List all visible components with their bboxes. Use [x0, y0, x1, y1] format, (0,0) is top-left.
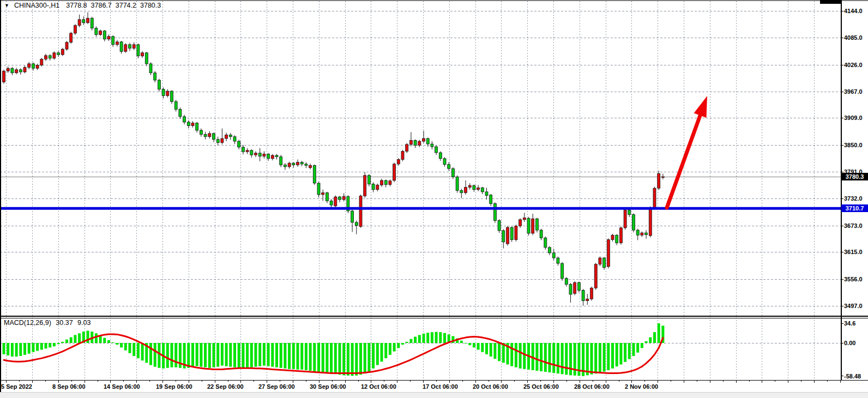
candle-bear — [229, 135, 232, 136]
bottom-strip — [0, 392, 868, 398]
candle-bull — [359, 196, 362, 226]
macd-bar — [255, 343, 257, 367]
candle-bear — [162, 89, 165, 96]
candle-bull — [465, 187, 467, 192]
candle-bull — [376, 185, 379, 189]
macd-bar — [423, 334, 425, 343]
candle-bull — [641, 233, 643, 235]
macd-bar — [322, 343, 324, 372]
macd-bar — [632, 343, 635, 356]
candle-bull — [74, 26, 76, 33]
macd-signal-value: 9.03 — [77, 319, 91, 327]
macd-bar — [381, 343, 383, 361]
candle-bull — [208, 134, 211, 137]
time-axis-label: 2 Nov 06:00 — [625, 383, 658, 390]
candle-bear — [305, 164, 308, 166]
candle-bear — [431, 144, 433, 147]
macd-bar — [49, 343, 51, 347]
candle-bear — [632, 215, 635, 230]
macd-bar — [367, 343, 370, 371]
candle-bear — [628, 210, 631, 214]
macd-bar — [409, 339, 412, 343]
candle-bear — [204, 135, 207, 137]
macd-bar — [599, 343, 601, 373]
macd-bar — [574, 343, 576, 376]
price-axis-label: 3615.0 — [844, 249, 863, 255]
candle-bear — [238, 141, 240, 147]
candle-bull — [132, 45, 135, 49]
chart-canvas[interactable]: 4144.04085.04026.03967.03909.03850.03791… — [0, 0, 868, 398]
macd-bar — [485, 343, 488, 354]
macd-bar — [174, 343, 177, 367]
macd-bar — [317, 343, 320, 372]
chart-title: ▼ CHINA300-,H1 3778.8 3786.7 3774.2 3780… — [4, 2, 165, 9]
macd-bar — [129, 343, 131, 353]
macd-bar — [28, 343, 31, 354]
candle-bull — [649, 208, 652, 236]
candle-bear — [103, 31, 106, 39]
candle-bear — [561, 263, 564, 279]
candle-bear — [577, 282, 580, 290]
macd-bar — [498, 343, 501, 361]
candle-bull — [53, 53, 56, 58]
candle-bear — [540, 230, 542, 238]
macd-name: MACD(12,26,9) — [4, 319, 51, 327]
candle-bear — [216, 140, 219, 143]
candle-bull — [297, 162, 299, 165]
macd-bar — [250, 343, 253, 367]
macd-bar — [263, 343, 266, 366]
symbol-dropdown-icon[interactable]: ▼ — [4, 3, 9, 8]
macd-bar — [61, 342, 64, 343]
candle-bear — [451, 168, 454, 177]
candle-bear — [82, 20, 85, 23]
candle-bear — [158, 80, 160, 89]
macd-bar — [74, 335, 76, 343]
macd-bar — [70, 337, 73, 343]
time-axis-label: 5 Sep 2022 — [1, 383, 32, 390]
macd-bar — [45, 343, 47, 348]
ohlc-low: 3774.2 — [116, 2, 136, 9]
price-axis-label: 4085.0 — [844, 34, 863, 41]
macd-bar — [460, 341, 463, 343]
candle-bear — [120, 42, 123, 52]
macd-bar — [376, 343, 379, 365]
candle-bear — [11, 68, 14, 73]
candle-bear — [258, 153, 261, 156]
macd-bar — [364, 343, 366, 373]
macd-bar — [112, 342, 114, 343]
candle-bear — [145, 53, 148, 64]
macd-bar — [611, 343, 614, 369]
candle-bear — [57, 53, 60, 55]
macd-bar — [158, 343, 160, 368]
macd-bar — [342, 343, 345, 375]
macd-bar — [397, 343, 400, 348]
candle-bear — [493, 204, 496, 221]
macd-bar — [481, 343, 484, 352]
macd-bar — [196, 343, 198, 366]
macd-bar — [557, 343, 559, 373]
macd-bar — [431, 332, 433, 343]
candle-bull — [599, 258, 601, 264]
macd-bar — [191, 343, 194, 367]
macd-bar — [65, 340, 68, 343]
candle-bull — [65, 43, 68, 50]
candle-bear — [498, 221, 501, 231]
macd-bar — [116, 343, 118, 345]
candle-bull — [322, 193, 324, 195]
candle-bull — [523, 218, 526, 219]
macd-bar — [535, 343, 538, 371]
trend-arrow-head[interactable] — [694, 96, 707, 118]
candle-bear — [49, 56, 51, 58]
candle-bull — [40, 59, 43, 65]
candle-bull — [389, 181, 391, 185]
candle-bear — [351, 211, 354, 222]
candle-bear — [372, 184, 375, 190]
macd-signal-line — [4, 334, 663, 373]
candle-bear — [200, 130, 202, 135]
macd-bar — [636, 343, 639, 353]
candle-bear — [154, 73, 156, 80]
candle-bear — [502, 231, 505, 242]
candle-bull — [87, 18, 89, 22]
candle-bull — [255, 153, 257, 155]
macd-bar — [141, 343, 144, 360]
